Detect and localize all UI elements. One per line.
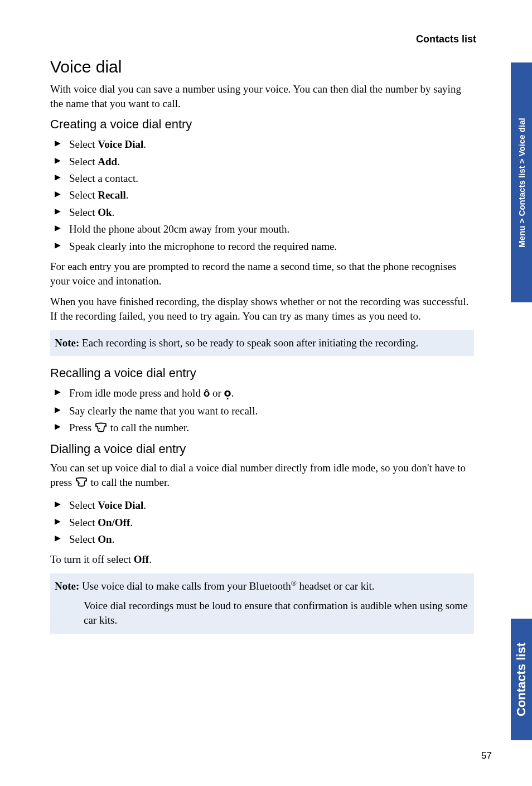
page-number: 57: [481, 750, 492, 761]
list-item: Speak clearly into the microphone to rec…: [60, 238, 474, 255]
memo-down-icon: o̦: [224, 385, 231, 402]
list-item: Hold the phone about 20cm away from your…: [60, 221, 474, 238]
creating-para-1: For each entry you are prompted to recor…: [50, 259, 474, 288]
list-item: Say clearly the name that you want to re…: [60, 403, 474, 419]
svg-point-0: [99, 428, 100, 429]
creating-list: Select Voice Dial. Select Add. Select a …: [50, 136, 474, 255]
list-item: Select On/Off.: [60, 514, 474, 531]
side-tab-breadcrumb: Menu > Contacts list > Voice dial: [511, 62, 532, 302]
list-item: Select On.: [60, 531, 474, 548]
list-item: Select Add.: [60, 153, 474, 170]
dialling-off: To turn it off select Off.: [50, 552, 474, 567]
memo-up-icon: ô: [204, 385, 210, 402]
send-icon: [75, 475, 88, 490]
note-line1-pre: Use voice dial to make calls from your B…: [79, 580, 291, 592]
registered-mark: ®: [291, 579, 297, 587]
recalling-list: From idle mode press and hold ô or o̦. S…: [50, 385, 474, 437]
heading-dialling: Dialling a voice dial entry: [50, 442, 474, 456]
heading-creating: Creating a voice dial entry: [50, 117, 474, 132]
note-label: Note:: [55, 580, 79, 592]
list-item: Press to call the number.: [60, 419, 474, 437]
intro-paragraph: With voice dial you can save a number us…: [50, 82, 474, 110]
side-tab-breadcrumb-text: Menu > Contacts list > Voice dial: [517, 118, 526, 247]
creating-para-2: When you have finished recording, the di…: [50, 295, 474, 323]
heading-voice-dial: Voice dial: [50, 57, 474, 76]
note-box-2: Note: Use voice dial to make calls from …: [50, 573, 474, 634]
heading-recalling: Recalling a voice dial entry: [50, 366, 474, 380]
svg-point-1: [79, 483, 80, 484]
note-line1-post: headset or car kit.: [297, 580, 375, 592]
note-text: Each recording is short, so be ready to …: [79, 337, 418, 349]
main-content: Voice dial With voice dial you can save …: [50, 57, 474, 634]
list-item: Select Voice Dial.: [60, 136, 474, 153]
list-item: Select a contact.: [60, 170, 474, 187]
list-item: Select Voice Dial.: [60, 497, 474, 514]
side-tab-section-text: Contacts list: [514, 643, 529, 716]
dialling-para: You can set up voice dial to dial a voic…: [50, 461, 474, 490]
page-header-section: Contacts list: [50, 33, 476, 45]
list-item: From idle mode press and hold ô or o̦.: [60, 385, 474, 403]
note-line2: Voice dial recordings must be loud to en…: [55, 599, 470, 628]
list-item: Select Recall.: [60, 187, 474, 204]
list-item: Select Ok.: [60, 204, 474, 221]
side-tab-section: Contacts list: [511, 619, 532, 740]
dialling-list: Select Voice Dial. Select On/Off. Select…: [50, 497, 474, 548]
note-box-1: Note: Each recording is short, so be rea…: [50, 330, 474, 356]
note-label: Note:: [55, 337, 79, 349]
send-icon: [94, 419, 108, 436]
